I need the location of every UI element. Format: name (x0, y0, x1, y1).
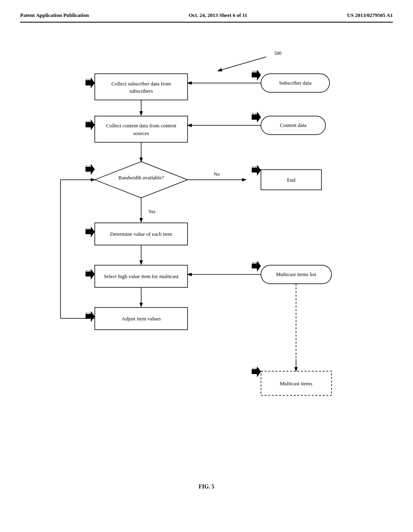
title-ref-500: 500 (274, 50, 282, 56)
text-508-line1: Collect content data from content (106, 123, 176, 129)
header-date-sheet: Oct. 24, 2013 Sheet 6 of 11 (189, 12, 247, 19)
box-508 (95, 116, 188, 142)
text-508-line2: sources (133, 130, 149, 136)
header-publication: Patent Application Publication (20, 12, 89, 19)
text-504-line2: subscribers (129, 88, 153, 94)
text-512: Bandwidth available? (119, 175, 164, 181)
figure-label: FIG. 5 (20, 484, 393, 490)
text-510: Content data (280, 122, 307, 128)
text-506: Subscriber data (279, 80, 312, 86)
label-no: No (214, 171, 220, 177)
text-522: Multicast items list (276, 271, 316, 277)
text-504-line1: Collect subscriber data from (111, 81, 171, 87)
page-header: Patent Application Publication Oct. 24, … (20, 12, 393, 23)
diagram-area: 500 504 Collect subscriber data from sub… (20, 31, 393, 494)
header-patent-number: US 2013/0279505 A1 (347, 12, 393, 19)
title-arrow (218, 57, 266, 71)
page: Patent Application Publication Oct. 24, … (0, 0, 413, 532)
box-504 (95, 74, 188, 100)
loop-back-arrow (60, 180, 95, 318)
text-524: Adjust item values (121, 316, 161, 322)
flowchart-svg: 500 504 Collect subscriber data from sub… (20, 31, 393, 494)
text-516: Determine value of each item (110, 231, 172, 237)
label-yes: Yes (148, 209, 156, 214)
text-520: Select high value item for multicast (104, 273, 179, 279)
text-514: End (287, 177, 296, 183)
text-528: Multicast items (280, 380, 313, 387)
